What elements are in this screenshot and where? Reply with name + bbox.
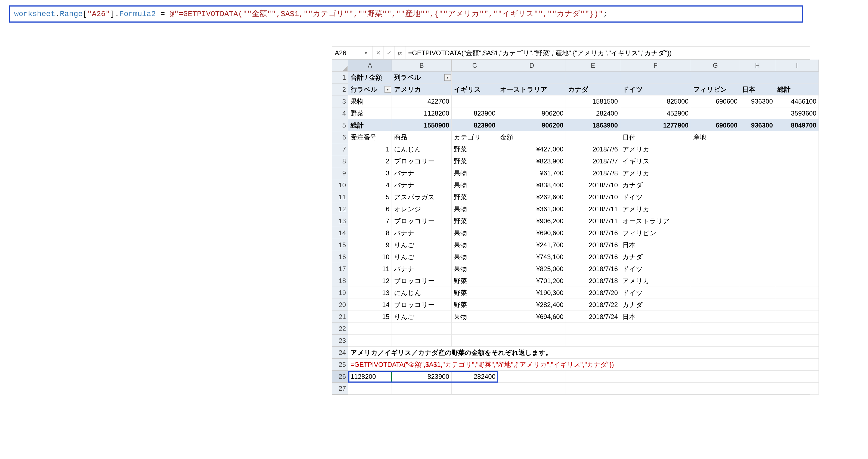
cell[interactable]: オレンジ <box>392 203 452 215</box>
cell[interactable]: ドイツ <box>620 263 691 275</box>
cell[interactable]: ブロッコリー <box>392 215 452 227</box>
cell[interactable] <box>691 311 740 323</box>
cell[interactable]: 690600 <box>691 95 740 108</box>
cell[interactable]: 野菜 <box>452 191 498 203</box>
cell[interactable] <box>452 335 498 347</box>
cell[interactable] <box>740 251 775 263</box>
cell[interactable] <box>498 323 566 335</box>
pivot-cell[interactable]: オーストラリア <box>498 84 566 95</box>
cell[interactable]: カナダ <box>620 251 691 263</box>
cell[interactable] <box>691 251 740 263</box>
cell[interactable]: 2018/7/10 <box>566 179 620 191</box>
cell[interactable] <box>775 215 819 227</box>
cell[interactable] <box>740 323 775 335</box>
cell[interactable] <box>392 382 452 395</box>
cell[interactable]: 野菜 <box>452 287 498 299</box>
cell[interactable] <box>740 108 775 119</box>
row-header[interactable]: 6 <box>332 131 348 143</box>
cell[interactable]: 果物 <box>452 239 498 251</box>
cell[interactable] <box>691 167 740 179</box>
cell[interactable]: カナダ <box>620 179 691 191</box>
cell[interactable] <box>740 371 775 382</box>
cell[interactable]: 産地 <box>691 131 740 143</box>
cell[interactable] <box>620 382 691 395</box>
cell[interactable] <box>775 335 819 347</box>
cell[interactable] <box>452 323 498 335</box>
cell[interactable] <box>740 191 775 203</box>
cell[interactable] <box>691 299 740 311</box>
cell[interactable] <box>775 191 819 203</box>
row-header[interactable]: 22 <box>332 323 348 335</box>
pivot-cell[interactable] <box>498 71 566 84</box>
cell[interactable] <box>740 167 775 179</box>
cell[interactable]: にんじん <box>392 143 452 155</box>
cell[interactable]: ¥701,200 <box>498 275 566 287</box>
pivot-cell[interactable]: アメリカ <box>392 84 452 95</box>
cell[interactable]: ブロッコリー <box>392 299 452 311</box>
cell[interactable] <box>740 155 775 167</box>
cell[interactable] <box>740 203 775 215</box>
cell[interactable] <box>691 382 740 395</box>
cell[interactable]: ¥743,100 <box>498 251 566 263</box>
row-header[interactable]: 20 <box>332 299 348 311</box>
row-header[interactable]: 15 <box>332 239 348 251</box>
cell[interactable]: 5 <box>348 191 392 203</box>
cell[interactable]: 936300 <box>740 95 775 108</box>
cell[interactable]: イギリス <box>620 155 691 167</box>
cell[interactable] <box>740 382 775 395</box>
cell[interactable]: 総計 <box>348 119 392 131</box>
cell[interactable]: 13 <box>348 287 392 299</box>
cell[interactable] <box>691 143 740 155</box>
cell[interactable]: 野菜 <box>452 215 498 227</box>
cell[interactable]: 936300 <box>740 119 775 131</box>
cell[interactable] <box>452 382 498 395</box>
row-header[interactable]: 2 <box>332 84 348 95</box>
cell[interactable]: バナナ <box>392 179 452 191</box>
cell[interactable]: 10 <box>348 251 392 263</box>
cell[interactable]: バナナ <box>392 263 452 275</box>
cell[interactable]: 果物 <box>452 179 498 191</box>
cell[interactable]: 825000 <box>620 95 691 108</box>
cell[interactable] <box>775 143 819 155</box>
pivot-cell[interactable]: イギリス <box>452 84 498 95</box>
col-header[interactable]: D <box>498 60 566 71</box>
cell[interactable] <box>691 227 740 239</box>
cell[interactable]: 1863900 <box>566 119 620 131</box>
pivot-cell[interactable] <box>775 71 819 84</box>
pivot-row-labels[interactable]: 行ラベル ▾ <box>348 84 392 95</box>
cell[interactable]: ¥823,900 <box>498 155 566 167</box>
cell[interactable]: ブロッコリー <box>392 275 452 287</box>
col-header[interactable]: A <box>348 60 392 71</box>
cell[interactable]: 823900 <box>452 119 498 131</box>
cell[interactable]: 9 <box>348 239 392 251</box>
cell[interactable] <box>691 179 740 191</box>
cell[interactable] <box>775 203 819 215</box>
cell[interactable] <box>775 227 819 239</box>
cell[interactable]: 果物 <box>452 311 498 323</box>
pivot-cell[interactable]: 合計 / 金額 <box>348 71 392 84</box>
cell[interactable]: 2018/7/16 <box>566 239 620 251</box>
cell[interactable]: 452900 <box>620 108 691 119</box>
cell[interactable]: 282400 <box>566 108 620 119</box>
pivot-cell[interactable] <box>691 71 740 84</box>
row-header[interactable]: 25 <box>332 359 348 371</box>
cell[interactable] <box>691 323 740 335</box>
cell[interactable]: 野菜 <box>452 299 498 311</box>
cell[interactable]: 果物 <box>348 95 392 108</box>
pivot-cell[interactable] <box>566 71 620 84</box>
cell[interactable] <box>498 382 566 395</box>
cell[interactable]: カナダ <box>620 299 691 311</box>
cell[interactable] <box>740 311 775 323</box>
cell[interactable]: ¥361,000 <box>498 203 566 215</box>
cell[interactable]: 2 <box>348 155 392 167</box>
chevron-down-icon[interactable]: ▾ <box>365 50 367 56</box>
cell[interactable] <box>566 131 620 143</box>
cell[interactable]: 14 <box>348 299 392 311</box>
row-header[interactable]: 18 <box>332 275 348 287</box>
cell[interactable] <box>775 323 819 335</box>
cell[interactable]: 2018/7/7 <box>566 155 620 167</box>
cell[interactable]: 1581500 <box>566 95 620 108</box>
cell[interactable]: アメリカ <box>620 275 691 287</box>
cell[interactable]: 823900 <box>452 108 498 119</box>
cell[interactable]: バナナ <box>392 167 452 179</box>
